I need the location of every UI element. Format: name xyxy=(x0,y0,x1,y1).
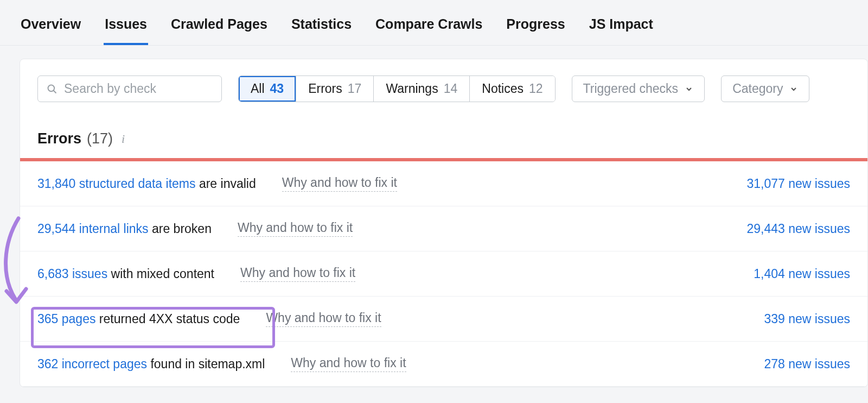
triggered-checks-dropdown[interactable]: Triggered checks xyxy=(572,75,705,102)
issue-link[interactable]: 31,840 structured data items xyxy=(37,177,196,191)
svg-point-0 xyxy=(48,85,55,91)
tab-crawled-pages[interactable]: Crawled Pages xyxy=(170,16,269,45)
issue-row: 365 pages returned 4XX status code Why a… xyxy=(20,297,867,342)
issue-rest: with mixed content xyxy=(107,267,214,281)
issue-rest: are invalid xyxy=(196,177,256,191)
filter-bar: Search by check All 43 Errors 17 Warning… xyxy=(20,59,867,102)
errors-label: Errors xyxy=(37,130,81,147)
errors-section-heading: Errors (17) i xyxy=(20,102,867,158)
tab-compare-crawls[interactable]: Compare Crawls xyxy=(374,16,483,45)
issue-text: 6,683 issues with mixed content xyxy=(37,267,214,281)
issue-rest: are broken xyxy=(149,222,212,236)
tab-overview[interactable]: Overview xyxy=(20,16,82,45)
severity-filter: All 43 Errors 17 Warnings 14 Notices 12 xyxy=(238,75,556,102)
fix-link[interactable]: Why and how to fix it xyxy=(266,311,381,327)
seg-notices-label: Notices xyxy=(482,81,524,96)
seg-errors-label: Errors xyxy=(308,81,342,96)
issue-row: 362 incorrect pages found in sitemap.xml… xyxy=(20,342,867,387)
issue-link[interactable]: 6,683 issues xyxy=(37,267,107,281)
seg-errors[interactable]: Errors 17 xyxy=(296,76,374,102)
fix-link[interactable]: Why and how to fix it xyxy=(240,266,355,282)
tab-statistics[interactable]: Statistics xyxy=(290,16,353,45)
issue-row: 31,840 structured data items are invalid… xyxy=(20,161,867,206)
issue-link[interactable]: 362 incorrect pages xyxy=(37,357,147,371)
tab-progress[interactable]: Progress xyxy=(505,16,566,45)
issue-row: 6,683 issues with mixed content Why and … xyxy=(20,251,867,297)
issue-link[interactable]: 29,544 internal links xyxy=(37,222,149,236)
new-issues-link[interactable]: 29,443 new issues xyxy=(746,222,850,236)
issue-text: 31,840 structured data items are invalid xyxy=(37,177,256,191)
issue-link[interactable]: 365 pages xyxy=(37,312,95,326)
tab-issues[interactable]: Issues xyxy=(104,16,148,45)
seg-notices[interactable]: Notices 12 xyxy=(470,76,554,102)
seg-all-label: All xyxy=(251,81,265,96)
top-tabs: Overview Issues Crawled Pages Statistics… xyxy=(0,0,868,46)
new-issues-link[interactable]: 31,077 new issues xyxy=(746,177,850,191)
seg-errors-count: 17 xyxy=(348,81,362,96)
seg-warnings-count: 14 xyxy=(444,81,458,96)
tab-js-impact[interactable]: JS Impact xyxy=(588,16,654,45)
fix-link[interactable]: Why and how to fix it xyxy=(291,356,406,372)
search-placeholder: Search by check xyxy=(64,81,156,96)
chevron-down-icon xyxy=(685,85,693,93)
issue-rest: returned 4XX status code xyxy=(95,312,240,326)
category-label: Category xyxy=(732,81,783,96)
search-input[interactable]: Search by check xyxy=(37,75,222,102)
issue-row: 29,544 internal links are broken Why and… xyxy=(20,206,867,251)
issue-rest: found in sitemap.xml xyxy=(147,357,265,371)
new-issues-link[interactable]: 339 new issues xyxy=(764,312,850,326)
seg-warnings[interactable]: Warnings 14 xyxy=(374,76,470,102)
seg-all-count: 43 xyxy=(270,81,284,96)
svg-line-1 xyxy=(54,90,56,93)
seg-warnings-label: Warnings xyxy=(386,81,438,96)
new-issues-link[interactable]: 1,404 new issues xyxy=(754,267,850,281)
category-dropdown[interactable]: Category xyxy=(721,75,809,102)
issue-text: 365 pages returned 4XX status code xyxy=(37,312,240,326)
issue-text: 29,544 internal links are broken xyxy=(37,222,212,236)
info-icon[interactable]: i xyxy=(122,132,125,146)
seg-notices-count: 12 xyxy=(529,81,543,96)
errors-count: (17) xyxy=(87,130,113,147)
fix-link[interactable]: Why and how to fix it xyxy=(282,175,397,192)
new-issues-link[interactable]: 278 new issues xyxy=(764,357,850,371)
fix-link[interactable]: Why and how to fix it xyxy=(238,221,353,237)
search-icon xyxy=(47,84,58,95)
issues-panel: Search by check All 43 Errors 17 Warning… xyxy=(20,59,868,387)
issue-text: 362 incorrect pages found in sitemap.xml xyxy=(37,357,265,371)
triggered-checks-label: Triggered checks xyxy=(583,81,679,96)
seg-all[interactable]: All 43 xyxy=(239,76,296,102)
chevron-down-icon xyxy=(789,85,798,93)
